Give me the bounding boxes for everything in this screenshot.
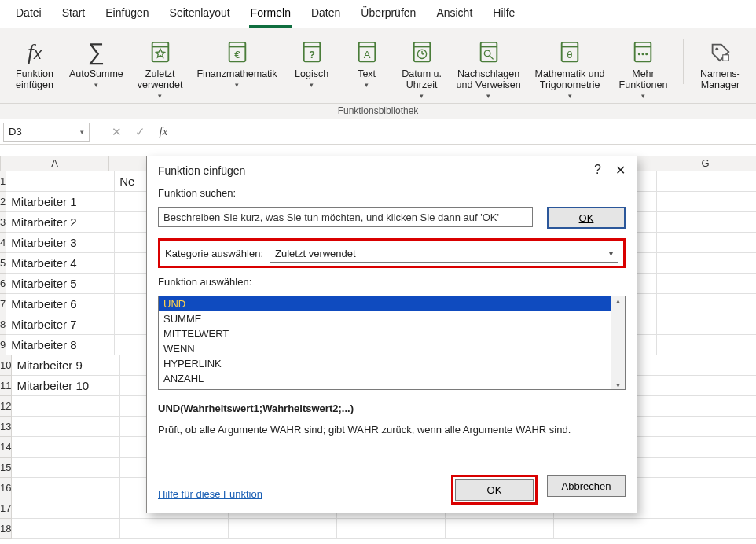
menu-tab-datei[interactable]: Datei — [14, 6, 43, 28]
fx-icon[interactable]: fx — [154, 125, 173, 138]
name-box[interactable]: D3 ▾ — [3, 123, 90, 142]
ribbon-sigma[interactable]: ∑AutoSumme▾ — [64, 35, 128, 100]
ribbon-name-manager[interactable]: Namens- Manager — [695, 35, 745, 90]
row-header[interactable]: 15 — [0, 458, 12, 478]
cell[interactable] — [657, 233, 756, 253]
help-link[interactable]: Hilfe für diese Funktion — [158, 488, 262, 500]
search-ok-button[interactable]: OK — [547, 207, 626, 229]
cell[interactable] — [662, 519, 756, 539]
cell[interactable] — [12, 519, 120, 539]
cell[interactable] — [662, 355, 756, 376]
ribbon-search-box[interactable]: Nachschlagen und Verweisen▾ — [452, 35, 526, 100]
cell[interactable] — [662, 376, 756, 396]
cell[interactable] — [662, 417, 756, 437]
row-header[interactable]: 3 — [0, 212, 6, 233]
function-list-item[interactable]: MAX — [159, 386, 611, 389]
help-icon[interactable]: ? — [594, 163, 601, 178]
cell[interactable]: Mitarbeiter 2 — [6, 212, 115, 233]
search-input[interactable] — [158, 207, 533, 227]
cell[interactable] — [657, 294, 756, 314]
cell[interactable]: Mitarbeiter 6 — [6, 294, 115, 314]
cell[interactable] — [662, 437, 756, 458]
function-list-item[interactable]: MITTELWERT — [159, 326, 611, 341]
cancel-icon[interactable]: ✕ — [107, 125, 126, 139]
category-select[interactable]: Zuletzt verwendet ▾ — [270, 244, 618, 263]
ribbon-star-box[interactable]: Zuletzt verwendet▾ — [133, 35, 188, 100]
row-header[interactable]: 1 — [0, 171, 6, 192]
ribbon-clock-box[interactable]: Datum u. Uhrzeit▾ — [397, 35, 447, 100]
cell[interactable] — [12, 417, 120, 437]
cell[interactable] — [657, 192, 756, 212]
row-header[interactable]: 16 — [0, 478, 12, 498]
cell[interactable] — [337, 519, 446, 539]
cell[interactable] — [12, 498, 120, 519]
close-icon[interactable]: ✕ — [615, 163, 626, 178]
function-list-item[interactable]: WENN — [159, 341, 611, 356]
row-header[interactable]: 14 — [0, 437, 12, 458]
ribbon-currency-box[interactable]: €Finanzmathematik▾ — [192, 35, 281, 100]
cell[interactable]: Mitarbeiter 3 — [6, 233, 115, 253]
row-header[interactable]: 10 — [0, 355, 12, 376]
row-header[interactable]: 18 — [0, 519, 12, 539]
cell[interactable] — [12, 396, 120, 417]
row-header[interactable]: 11 — [0, 376, 12, 396]
menu-tab-daten[interactable]: Daten — [310, 6, 342, 28]
row-header[interactable]: 5 — [0, 253, 6, 274]
cell[interactable]: Mitarbeiter 7 — [6, 314, 115, 335]
cell[interactable] — [6, 171, 115, 192]
cell[interactable] — [662, 478, 756, 498]
cell[interactable] — [657, 171, 756, 192]
menu-tab-hilfe[interactable]: Hilfe — [491, 6, 516, 28]
row-header[interactable]: 7 — [0, 294, 6, 314]
function-list-item[interactable]: UND — [159, 296, 611, 311]
cell[interactable] — [662, 396, 756, 417]
column-header[interactable]: G — [651, 156, 756, 171]
ribbon-fx[interactable]: fxFunktion einfügen — [9, 35, 60, 100]
cell[interactable]: Mitarbeiter 4 — [6, 253, 115, 274]
cell[interactable]: Mitarbeiter 8 — [6, 335, 115, 355]
ribbon-a-box[interactable]: AText▾ — [342, 35, 392, 100]
cell[interactable]: Mitarbeiter 10 — [12, 376, 120, 396]
ribbon-dots-box[interactable]: Mehr Funktionen▾ — [615, 35, 673, 100]
cell[interactable] — [446, 519, 554, 539]
ok-button[interactable]: OK — [455, 479, 534, 501]
formula-input[interactable] — [178, 123, 756, 142]
enter-icon[interactable]: ✓ — [130, 125, 149, 139]
row-header[interactable]: 13 — [0, 417, 12, 437]
cell[interactable]: Mitarbeiter 9 — [12, 355, 120, 376]
cell[interactable] — [120, 519, 229, 539]
function-list-item[interactable]: ANZAHL — [159, 371, 611, 386]
cell[interactable] — [657, 253, 756, 274]
cancel-button[interactable]: Abbrechen — [547, 475, 626, 497]
cell[interactable] — [12, 478, 120, 498]
cell[interactable] — [657, 335, 756, 355]
cell[interactable] — [662, 458, 756, 478]
row-header[interactable]: 2 — [0, 192, 6, 212]
row-header[interactable]: 9 — [0, 335, 6, 355]
cell[interactable] — [12, 437, 120, 458]
cell[interactable] — [657, 274, 756, 294]
menu-tab-einfügen[interactable]: Einfügen — [104, 6, 150, 28]
row-header[interactable]: 17 — [0, 498, 12, 519]
cell[interactable]: Mitarbeiter 1 — [6, 192, 115, 212]
cell[interactable] — [554, 519, 662, 539]
menu-tab-ansicht[interactable]: Ansicht — [435, 6, 474, 28]
scrollbar[interactable] — [611, 296, 625, 389]
cell[interactable] — [657, 314, 756, 335]
menu-tab-seitenlayout[interactable]: Seitenlayout — [168, 6, 232, 28]
cell[interactable] — [657, 212, 756, 233]
ribbon-question-box[interactable]: ?Logisch▾ — [287, 35, 337, 100]
row-header[interactable]: 12 — [0, 396, 12, 417]
column-header[interactable]: A — [1, 156, 109, 171]
cell[interactable]: Mitarbeiter 5 — [6, 274, 115, 294]
menu-tab-start[interactable]: Start — [61, 6, 87, 28]
cell[interactable] — [12, 458, 120, 478]
row-header[interactable]: 8 — [0, 314, 6, 335]
ribbon-theta-box[interactable]: θMathematik und Trigonometrie▾ — [530, 35, 610, 100]
cell[interactable] — [229, 519, 337, 539]
row-header[interactable]: 4 — [0, 233, 6, 253]
menu-tab-überprüfen[interactable]: Überprüfen — [359, 6, 417, 28]
row-header[interactable]: 6 — [0, 274, 6, 294]
menu-tab-formeln[interactable]: Formeln — [249, 6, 292, 28]
cell[interactable] — [662, 498, 756, 519]
